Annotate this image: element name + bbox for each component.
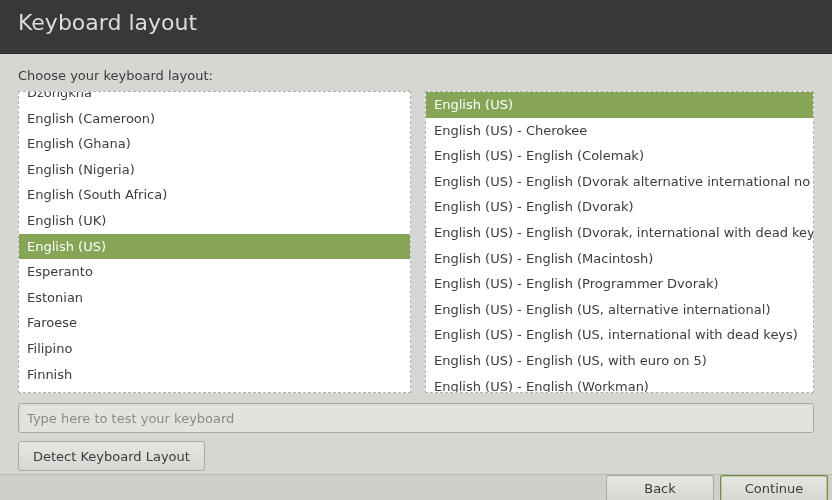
list-item[interactable]: Filipino	[19, 336, 410, 362]
continue-button[interactable]: Continue	[720, 475, 828, 500]
list-item[interactable]: Dzongkha	[19, 91, 410, 106]
list-item[interactable]: Estonian	[19, 285, 410, 311]
list-item[interactable]: English (US) - English (US, internationa…	[426, 322, 813, 348]
list-item[interactable]: Faroese	[19, 310, 410, 336]
list-item[interactable]: English (Cameroon)	[19, 106, 410, 132]
back-button[interactable]: Back	[606, 475, 714, 500]
main-content: Choose your keyboard layout: DzongkhaEng…	[0, 54, 832, 471]
list-item[interactable]: English (US) - English (Workman)	[426, 374, 813, 393]
list-item[interactable]: English (US) - English (Dvorak)	[426, 194, 813, 220]
list-item[interactable]: English (US)	[19, 234, 410, 260]
footer-bar: Back Continue	[0, 474, 832, 500]
layout-list-right[interactable]: English (US)English (US) - CherokeeEngli…	[425, 91, 814, 393]
list-item[interactable]: Finnish	[19, 362, 410, 388]
list-item[interactable]: English (US) - English (Macintosh)	[426, 246, 813, 272]
list-item[interactable]: English (US) - English (US, with euro on…	[426, 348, 813, 374]
list-item[interactable]: English (Nigeria)	[19, 157, 410, 183]
list-item[interactable]: English (US) - English (Programmer Dvora…	[426, 271, 813, 297]
window-title: Keyboard layout	[18, 10, 197, 35]
detect-keyboard-button[interactable]: Detect Keyboard Layout	[18, 441, 205, 471]
list-item[interactable]: English (Ghana)	[19, 131, 410, 157]
list-item[interactable]: English (US) - English (Dvorak alternati…	[426, 169, 813, 195]
instruction-label: Choose your keyboard layout:	[18, 68, 814, 83]
list-item[interactable]: English (US) - English (US, alternative …	[426, 297, 813, 323]
list-item[interactable]: English (US) - English (Colemak)	[426, 143, 813, 169]
list-item[interactable]: Esperanto	[19, 259, 410, 285]
keyboard-test-input[interactable]	[18, 403, 814, 433]
list-item[interactable]: English (US) - English (Dvorak, internat…	[426, 220, 813, 246]
list-item[interactable]: English (US) - Cherokee	[426, 118, 813, 144]
layout-lists: DzongkhaEnglish (Cameroon)English (Ghana…	[18, 91, 814, 393]
list-item[interactable]: English (US)	[426, 92, 813, 118]
list-item[interactable]: French	[19, 387, 410, 393]
layout-list-left[interactable]: DzongkhaEnglish (Cameroon)English (Ghana…	[18, 91, 411, 393]
window-titlebar: Keyboard layout	[0, 0, 832, 54]
list-item[interactable]: English (UK)	[19, 208, 410, 234]
list-item[interactable]: English (South Africa)	[19, 182, 410, 208]
